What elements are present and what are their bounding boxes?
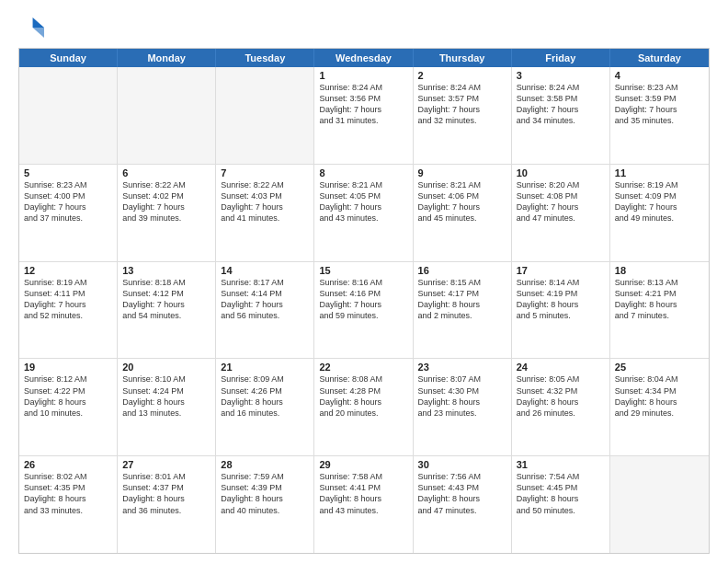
empty-cell-0-2 xyxy=(216,67,314,164)
day-info: Sunrise: 8:18 AM Sunset: 4:12 PM Dayligh… xyxy=(122,277,210,322)
day-info: Sunrise: 8:02 AM Sunset: 4:35 PM Dayligh… xyxy=(24,471,112,516)
day-number: 17 xyxy=(517,265,605,276)
day-cell-26: 26Sunrise: 8:02 AM Sunset: 4:35 PM Dayli… xyxy=(19,456,118,553)
day-number: 5 xyxy=(24,167,112,178)
day-cell-12: 12Sunrise: 8:19 AM Sunset: 4:11 PM Dayli… xyxy=(19,262,118,359)
header xyxy=(18,15,710,40)
logo xyxy=(18,15,48,40)
day-cell-8: 8Sunrise: 8:21 AM Sunset: 4:05 PM Daylig… xyxy=(314,165,413,261)
day-info: Sunrise: 7:56 AM Sunset: 4:43 PM Dayligh… xyxy=(418,471,506,516)
day-info: Sunrise: 8:22 AM Sunset: 4:03 PM Dayligh… xyxy=(221,179,309,224)
day-number: 27 xyxy=(122,459,210,470)
day-info: Sunrise: 8:23 AM Sunset: 3:59 PM Dayligh… xyxy=(615,82,704,127)
day-cell-25: 25Sunrise: 8:04 AM Sunset: 4:34 PM Dayli… xyxy=(610,359,709,455)
day-cell-21: 21Sunrise: 8:09 AM Sunset: 4:26 PM Dayli… xyxy=(216,359,314,455)
day-info: Sunrise: 7:54 AM Sunset: 4:45 PM Dayligh… xyxy=(517,471,605,516)
day-info: Sunrise: 8:21 AM Sunset: 4:06 PM Dayligh… xyxy=(418,179,506,224)
day-cell-3: 3Sunrise: 8:24 AM Sunset: 3:58 PM Daylig… xyxy=(512,67,610,164)
day-cell-27: 27Sunrise: 8:01 AM Sunset: 4:37 PM Dayli… xyxy=(118,456,216,553)
calendar-row-3: 19Sunrise: 8:12 AM Sunset: 4:22 PM Dayli… xyxy=(19,358,709,455)
day-cell-16: 16Sunrise: 8:15 AM Sunset: 4:17 PM Dayli… xyxy=(414,262,512,359)
day-info: Sunrise: 7:59 AM Sunset: 4:39 PM Dayligh… xyxy=(221,471,309,516)
day-cell-11: 11Sunrise: 8:19 AM Sunset: 4:09 PM Dayli… xyxy=(610,165,709,261)
day-info: Sunrise: 8:17 AM Sunset: 4:14 PM Dayligh… xyxy=(221,277,309,322)
day-number: 15 xyxy=(319,265,407,276)
day-number: 6 xyxy=(122,167,210,178)
day-number: 31 xyxy=(517,459,605,470)
day-cell-18: 18Sunrise: 8:13 AM Sunset: 4:21 PM Dayli… xyxy=(610,262,709,359)
calendar-row-2: 12Sunrise: 8:19 AM Sunset: 4:11 PM Dayli… xyxy=(19,261,709,359)
day-info: Sunrise: 8:23 AM Sunset: 4:00 PM Dayligh… xyxy=(24,179,112,224)
empty-cell-0-0 xyxy=(19,67,118,164)
day-cell-14: 14Sunrise: 8:17 AM Sunset: 4:14 PM Dayli… xyxy=(216,262,314,359)
day-info: Sunrise: 8:16 AM Sunset: 4:16 PM Dayligh… xyxy=(319,277,407,322)
day-info: Sunrise: 8:08 AM Sunset: 4:28 PM Dayligh… xyxy=(319,373,407,419)
day-info: Sunrise: 8:24 AM Sunset: 3:57 PM Dayligh… xyxy=(418,82,506,127)
day-info: Sunrise: 8:10 AM Sunset: 4:24 PM Dayligh… xyxy=(122,373,210,419)
day-info: Sunrise: 8:21 AM Sunset: 4:05 PM Dayligh… xyxy=(319,179,407,224)
logo-icon xyxy=(18,15,44,40)
day-number: 19 xyxy=(24,362,112,373)
day-cell-5: 5Sunrise: 8:23 AM Sunset: 4:00 PM Daylig… xyxy=(19,165,118,261)
day-cell-31: 31Sunrise: 7:54 AM Sunset: 4:45 PM Dayli… xyxy=(512,456,610,553)
empty-cell-4-6 xyxy=(610,456,709,553)
day-cell-19: 19Sunrise: 8:12 AM Sunset: 4:22 PM Dayli… xyxy=(19,359,118,455)
day-number: 23 xyxy=(418,362,506,373)
day-cell-7: 7Sunrise: 8:22 AM Sunset: 4:03 PM Daylig… xyxy=(216,165,314,261)
day-info: Sunrise: 7:58 AM Sunset: 4:41 PM Dayligh… xyxy=(319,471,407,516)
day-number: 25 xyxy=(615,362,704,373)
day-cell-9: 9Sunrise: 8:21 AM Sunset: 4:06 PM Daylig… xyxy=(414,165,512,261)
day-info: Sunrise: 8:09 AM Sunset: 4:26 PM Dayligh… xyxy=(221,373,309,419)
day-info: Sunrise: 8:20 AM Sunset: 4:08 PM Dayligh… xyxy=(517,179,605,224)
day-number: 22 xyxy=(319,362,407,373)
day-number: 2 xyxy=(418,70,506,81)
day-cell-22: 22Sunrise: 8:08 AM Sunset: 4:28 PM Dayli… xyxy=(314,359,413,455)
day-info: Sunrise: 8:22 AM Sunset: 4:02 PM Dayligh… xyxy=(122,179,210,224)
day-number: 3 xyxy=(517,70,605,81)
day-cell-2: 2Sunrise: 8:24 AM Sunset: 3:57 PM Daylig… xyxy=(414,67,512,164)
day-cell-23: 23Sunrise: 8:07 AM Sunset: 4:30 PM Dayli… xyxy=(414,359,512,455)
day-number: 10 xyxy=(517,167,605,178)
day-number: 20 xyxy=(122,362,210,373)
day-cell-4: 4Sunrise: 8:23 AM Sunset: 3:59 PM Daylig… xyxy=(610,67,709,164)
header-day-thursday: Thursday xyxy=(414,49,512,67)
header-day-saturday: Saturday xyxy=(610,49,709,67)
day-number: 8 xyxy=(319,167,407,178)
day-info: Sunrise: 8:19 AM Sunset: 4:09 PM Dayligh… xyxy=(615,179,704,224)
header-day-friday: Friday xyxy=(512,49,610,67)
calendar-body: 1Sunrise: 8:24 AM Sunset: 3:56 PM Daylig… xyxy=(19,67,709,553)
day-cell-29: 29Sunrise: 7:58 AM Sunset: 4:41 PM Dayli… xyxy=(314,456,413,553)
day-cell-10: 10Sunrise: 8:20 AM Sunset: 4:08 PM Dayli… xyxy=(512,165,610,261)
day-number: 28 xyxy=(221,459,309,470)
day-info: Sunrise: 8:05 AM Sunset: 4:32 PM Dayligh… xyxy=(517,373,605,419)
calendar-row-4: 26Sunrise: 8:02 AM Sunset: 4:35 PM Dayli… xyxy=(19,455,709,553)
day-number: 9 xyxy=(418,167,506,178)
day-number: 26 xyxy=(24,459,112,470)
calendar-row-1: 5Sunrise: 8:23 AM Sunset: 4:00 PM Daylig… xyxy=(19,164,709,261)
day-cell-17: 17Sunrise: 8:14 AM Sunset: 4:19 PM Dayli… xyxy=(512,262,610,359)
day-number: 14 xyxy=(221,265,309,276)
day-cell-15: 15Sunrise: 8:16 AM Sunset: 4:16 PM Dayli… xyxy=(314,262,413,359)
calendar-row-0: 1Sunrise: 8:24 AM Sunset: 3:56 PM Daylig… xyxy=(19,67,709,164)
svg-marker-1 xyxy=(33,28,44,38)
day-cell-24: 24Sunrise: 8:05 AM Sunset: 4:32 PM Dayli… xyxy=(512,359,610,455)
day-number: 13 xyxy=(122,265,210,276)
day-number: 7 xyxy=(221,167,309,178)
calendar: SundayMondayTuesdayWednesdayThursdayFrid… xyxy=(18,48,710,554)
day-cell-1: 1Sunrise: 8:24 AM Sunset: 3:56 PM Daylig… xyxy=(314,67,413,164)
page: SundayMondayTuesdayWednesdayThursdayFrid… xyxy=(0,0,728,563)
empty-cell-0-1 xyxy=(118,67,216,164)
day-info: Sunrise: 8:12 AM Sunset: 4:22 PM Dayligh… xyxy=(24,373,112,419)
day-number: 1 xyxy=(319,70,407,81)
day-number: 18 xyxy=(615,265,704,276)
day-number: 4 xyxy=(615,70,704,81)
day-number: 24 xyxy=(517,362,605,373)
day-info: Sunrise: 8:13 AM Sunset: 4:21 PM Dayligh… xyxy=(615,277,704,322)
day-info: Sunrise: 8:07 AM Sunset: 4:30 PM Dayligh… xyxy=(418,373,506,419)
day-info: Sunrise: 8:15 AM Sunset: 4:17 PM Dayligh… xyxy=(418,277,506,322)
header-day-wednesday: Wednesday xyxy=(314,49,413,67)
day-info: Sunrise: 8:24 AM Sunset: 3:58 PM Dayligh… xyxy=(517,82,605,127)
header-day-tuesday: Tuesday xyxy=(216,49,314,67)
day-cell-20: 20Sunrise: 8:10 AM Sunset: 4:24 PM Dayli… xyxy=(118,359,216,455)
day-cell-30: 30Sunrise: 7:56 AM Sunset: 4:43 PM Dayli… xyxy=(414,456,512,553)
